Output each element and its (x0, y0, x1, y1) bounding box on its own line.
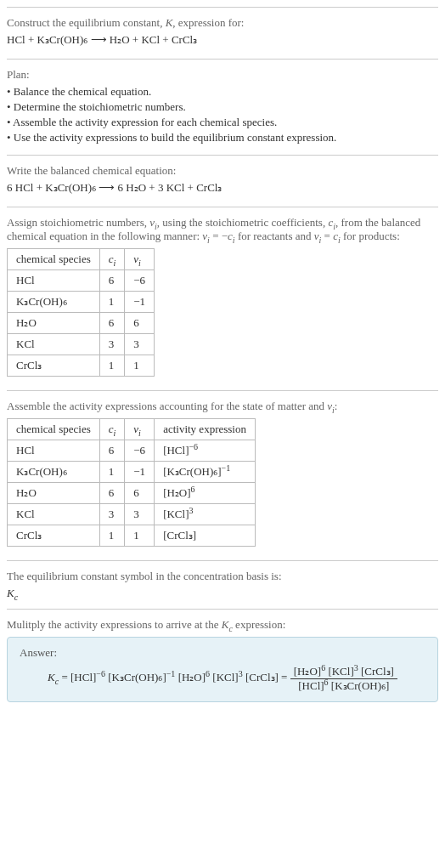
cell-activity: [KCl]3 (155, 504, 256, 525)
cell-c: 6 (99, 270, 125, 292)
plan-item-3: • Assemble the activity expression for e… (7, 116, 438, 129)
col-ci: ci (99, 419, 125, 440)
plan-item-1: • Balance the chemical equation. (7, 85, 438, 99)
stoich-section: Assign stoichiometric numbers, νi, using… (7, 207, 438, 390)
cell-c: 6 (99, 440, 125, 462)
cell-c: 1 (99, 292, 125, 313)
activity-section: Assemble the activity expressions accoun… (7, 390, 438, 560)
cell-species: K₃Cr(OH)₆ (8, 462, 100, 483)
plan-section: Plan: • Balance the chemical equation. •… (7, 59, 438, 155)
multiply-section: Mulitply the activity expressions to arr… (7, 609, 438, 711)
table-row: H₂O 6 6 [H₂O]6 (8, 483, 256, 504)
cell-species: KCl (8, 504, 100, 525)
table-row: KCl 3 3 (8, 334, 155, 355)
col-vi: νi (125, 249, 155, 270)
cell-v: −1 (125, 292, 155, 313)
col-activity: activity expression (155, 419, 256, 440)
cell-v: −6 (125, 270, 155, 292)
cell-species: HCl (8, 440, 100, 462)
answer-fraction: [H₂O]6 [KCl]3 [CrCl₃] [HCl]6 [K₃Cr(OH)₆] (290, 665, 397, 693)
cell-species: CrCl₃ (8, 355, 100, 377)
cell-c: 1 (99, 462, 125, 483)
cell-v: 3 (125, 504, 155, 525)
cell-c: 6 (99, 313, 125, 334)
balanced-prompt: Write the balanced chemical equation: (7, 164, 438, 178)
fraction-denominator: [HCl]6 [K₃Cr(OH)₆] (290, 679, 397, 693)
cell-c: 3 (99, 504, 125, 525)
activity-table: chemical species ci νi activity expressi… (7, 418, 256, 547)
cell-activity: [CrCl₃] (155, 525, 256, 547)
cell-species: H₂O (8, 483, 100, 504)
table-row: KCl 3 3 [KCl]3 (8, 504, 256, 525)
plan-item-2: • Determine the stoichiometric numbers. (7, 100, 438, 114)
cell-activity: [H₂O]6 (155, 483, 256, 504)
table-row: HCl 6 −6 [HCl]−6 (8, 440, 256, 462)
cell-v: −6 (125, 440, 155, 462)
cell-c: 3 (99, 334, 125, 355)
plan-title: Plan: (7, 68, 438, 82)
unbalanced-equation: HCl + K₃Cr(OH)₆ ⟶ H₂O + KCl + CrCl₃ (7, 33, 438, 47)
cell-c: 6 (99, 483, 125, 504)
table-row: H₂O 6 6 (8, 313, 155, 334)
table-row: HCl 6 −6 (8, 270, 155, 292)
table-row: K₃Cr(OH)₆ 1 −1 [K₃Cr(OH)₆]−1 (8, 462, 256, 483)
balanced-equation: 6 HCl + K₃Cr(OH)₆ ⟶ 6 H₂O + 3 KCl + CrCl… (7, 181, 438, 195)
cell-species: H₂O (8, 313, 100, 334)
fraction-numerator: [H₂O]6 [KCl]3 [CrCl₃] (290, 665, 397, 679)
col-species: chemical species (8, 419, 100, 440)
cell-v: 6 (125, 313, 155, 334)
table-row: CrCl₃ 1 1 (8, 355, 155, 377)
cell-species: CrCl₃ (8, 525, 100, 547)
cell-v: 3 (125, 334, 155, 355)
col-ci: ci (99, 249, 125, 270)
table-row: K₃Cr(OH)₆ 1 −1 (8, 292, 155, 313)
cell-species: KCl (8, 334, 100, 355)
kc-symbol-section: The equilibrium constant symbol in the c… (7, 560, 438, 609)
activity-intro: Assemble the activity expressions accoun… (7, 400, 438, 413)
stoich-table: chemical species ci νi HCl 6 −6 K₃Cr(OH)… (7, 248, 155, 377)
table-header-row: chemical species ci νi activity expressi… (8, 419, 256, 440)
cell-species: HCl (8, 270, 100, 292)
multiply-prompt: Mulitply the activity expressions to arr… (7, 618, 438, 632)
answer-expression: Kc = [HCl]−6 [K₃Cr(OH)₆]−1 [H₂O]6 [KCl]3… (20, 665, 425, 693)
cell-activity: [HCl]−6 (155, 440, 256, 462)
balanced-section: Write the balanced chemical equation: 6 … (7, 155, 438, 207)
cell-c: 1 (99, 355, 125, 377)
cell-v: 6 (125, 483, 155, 504)
col-vi: νi (125, 419, 155, 440)
cell-v: 1 (125, 525, 155, 547)
table-header-row: chemical species ci νi (8, 249, 155, 270)
col-species: chemical species (8, 249, 100, 270)
stoich-intro: Assign stoichiometric numbers, νi, using… (7, 216, 438, 243)
answer-label: Answer: (20, 646, 425, 660)
kc-symbol-prompt: The equilibrium constant symbol in the c… (7, 570, 438, 583)
cell-species: K₃Cr(OH)₆ (8, 292, 100, 313)
answer-box: Answer: Kc = [HCl]−6 [K₃Cr(OH)₆]−1 [H₂O]… (7, 637, 438, 702)
construct-prompt: Construct the equilibrium constant, K, e… (7, 16, 438, 30)
cell-activity: [K₃Cr(OH)₆]−1 (155, 462, 256, 483)
kc-symbol-value: Kc (7, 587, 438, 600)
cell-v: −1 (125, 462, 155, 483)
plan-item-4: • Use the activity expressions to build … (7, 131, 438, 145)
cell-c: 1 (99, 525, 125, 547)
cell-v: 1 (125, 355, 155, 377)
header-section: Construct the equilibrium constant, K, e… (7, 7, 438, 59)
table-row: CrCl₃ 1 1 [CrCl₃] (8, 525, 256, 547)
